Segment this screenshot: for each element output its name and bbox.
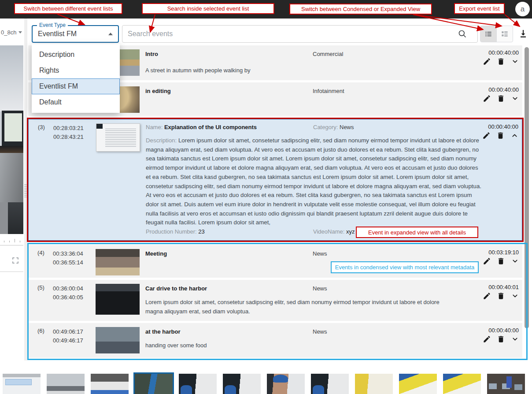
option-label: Description: [39, 51, 74, 59]
event-3-name: Explanation of the UI components: [164, 124, 257, 130]
event-4-title: Meeting: [145, 250, 167, 257]
filmstrip-thumb-man-blue-cap-1[interactable]: [179, 374, 217, 394]
user-avatar[interactable]: a: [515, 2, 530, 16]
event-6-description: handing over some food: [145, 341, 458, 350]
event-2-title: in editing: [145, 88, 171, 94]
event-type-label: Event Type: [37, 22, 68, 28]
edit-event-button[interactable]: [482, 256, 491, 266]
channel-selector[interactable]: 0_8ch: [1, 29, 22, 36]
delete-event-button[interactable]: [496, 335, 506, 344]
callout-search-list: Search inside selected event list: [142, 3, 274, 14]
timeline-track[interactable]: [0, 245, 23, 245]
expand-chevron-down-icon[interactable]: [510, 256, 520, 266]
video-name-value: xyz: [346, 228, 355, 235]
dropdown-option-rights[interactable]: Rights: [32, 63, 120, 78]
edit-event-button[interactable]: [482, 131, 491, 140]
event-4-index: (4): [37, 249, 44, 256]
filmstrip-thumb-man-blue-cap-3[interactable]: [311, 374, 349, 394]
delete-event-button[interactable]: [496, 256, 506, 266]
event-3-name-line: Name: Explanation of the UI components: [146, 124, 257, 130]
edit-event-button[interactable]: [482, 57, 491, 66]
filmstrip-thumb-ui-dialog[interactable]: [3, 374, 41, 394]
export-button[interactable]: [517, 27, 529, 40]
collapse-chevron-up-icon[interactable]: [510, 131, 519, 140]
event-row-3-expanded[interactable]: (3) 00:28:03:21 00:28:43:21 Name: Explan…: [28, 119, 522, 241]
expanded-view-button[interactable]: [497, 26, 513, 42]
expanded-list-icon: [500, 30, 509, 38]
filmstrip-thumb-man-blue-cap-2[interactable]: [223, 374, 261, 394]
filmstrip-thumb-man-blue-cap-face[interactable]: [267, 374, 305, 394]
event-3-index: (3): [38, 124, 45, 130]
condensed-view-button[interactable]: [480, 26, 496, 42]
event-3-production-number: Production Number: 23: [146, 228, 205, 235]
filmstrip-thumb-city-skyline[interactable]: [47, 374, 85, 394]
expand-chevron-down-icon[interactable]: [510, 57, 520, 66]
event-1-duration: 00:00:40:00: [488, 49, 519, 56]
dropdown-option-description[interactable]: Description: [32, 47, 120, 63]
scrollbar-thumb[interactable]: [525, 47, 529, 328]
filmstrip: [0, 374, 532, 394]
option-label: Default: [39, 98, 62, 106]
delete-event-button[interactable]: [496, 291, 506, 301]
delete-event-button[interactable]: [496, 131, 505, 140]
event-4-category: News: [313, 250, 327, 257]
player-divider: [0, 271, 23, 272]
event-type-select[interactable]: Event Type Eventlist FM: [32, 25, 119, 43]
event-6-timecodes: 00:49:06:17 00:49:46:17: [53, 327, 83, 345]
event-row-5[interactable]: (5) 00:36:00:04 00:36:40:05 Car drive to…: [28, 280, 522, 321]
event-2-category: Infotainment: [313, 88, 344, 94]
event-row-4[interactable]: (4) 00:33:36:04 00:36:55:14 Meeting News…: [28, 245, 522, 278]
expand-chevron-down-icon[interactable]: [510, 335, 520, 344]
callout-export: Export event list: [454, 3, 505, 14]
filmstrip-thumb-yellow-jacket-2[interactable]: [399, 374, 437, 394]
video-name-label: VideoName:: [313, 228, 344, 235]
search-icon[interactable]: [458, 30, 467, 38]
expand-chevron-down-icon[interactable]: [510, 94, 520, 103]
filmstrip-thumb-yellow-jacket-1[interactable]: [355, 374, 393, 394]
avatar-letter: a: [521, 5, 525, 14]
event-2-duration: 00:00:40:00: [488, 86, 519, 93]
search-input[interactable]: [122, 26, 477, 42]
delete-event-button[interactable]: [496, 94, 506, 103]
event-6-tc-in: 00:49:06:17: [53, 327, 83, 336]
delete-event-button[interactable]: [496, 57, 506, 66]
callout-export-text: Export event list: [459, 5, 500, 12]
event-row-6[interactable]: (6) 00:49:06:17 00:49:46:17 at the harbo…: [28, 323, 522, 358]
callout-switch-lists: Switch between different event lists: [14, 3, 122, 14]
dropdown-option-default[interactable]: Default: [32, 94, 120, 110]
edit-event-button[interactable]: [482, 291, 491, 301]
event-3-category-line: Category: News: [313, 124, 354, 130]
event-4-thumbnail: [96, 249, 140, 275]
event-5-thumbnail: [96, 284, 140, 315]
splitter-drag-handle[interactable]: [24, 184, 28, 198]
event-6-thumbnail: [96, 327, 140, 353]
event-3-description: Description: Lorem ipsum dolor sit amet,…: [146, 136, 483, 227]
expand-chevron-down-icon[interactable]: [510, 291, 520, 301]
event-1-description: A street in autumn with people walking b…: [145, 66, 458, 75]
event-3-description-text: Lorem ipsum dolor sit amet, consetetur s…: [146, 137, 481, 226]
event-3-timecodes: 00:28:03:21 00:28:43:21: [53, 124, 84, 141]
dropdown-option-eventlist-fm[interactable]: Eventlist FM: [32, 78, 120, 94]
event-1-category: Commercial: [313, 51, 343, 57]
filmstrip-thumb-yellow-jacket-3[interactable]: [443, 374, 481, 394]
callout-condensed-view: Events in condensed view with most relev…: [331, 261, 479, 273]
option-label: Eventlist FM: [39, 82, 78, 90]
callout-search-list-text: Search inside selected event list: [167, 5, 249, 12]
filmstrip-thumb-studio-computers-selected[interactable]: [135, 374, 173, 394]
video-frame-screen: [4, 113, 22, 141]
filmstrip-thumb-studio-computers-2[interactable]: [487, 374, 525, 394]
event-5-tc-in: 00:36:00:04: [53, 284, 83, 293]
download-icon: [518, 28, 528, 39]
event-6-tc-out: 00:49:46:17: [53, 336, 83, 345]
event-type-value: Eventlist FM: [38, 30, 77, 38]
fullscreen-icon[interactable]: [11, 256, 19, 264]
edit-event-button[interactable]: [482, 335, 491, 344]
production-number-label: Production Number:: [146, 228, 197, 235]
name-label: Name:: [146, 124, 163, 130]
video-frame-wall: [0, 45, 23, 112]
event-5-tc-out: 00:36:40:05: [53, 293, 83, 302]
edit-event-button[interactable]: [482, 94, 491, 103]
event-4-tc-out: 00:36:55:14: [53, 258, 83, 267]
callout-condensed-view-text: Events in condensed view with most relev…: [335, 264, 475, 271]
filmstrip-thumb-video-editor[interactable]: [91, 374, 129, 394]
